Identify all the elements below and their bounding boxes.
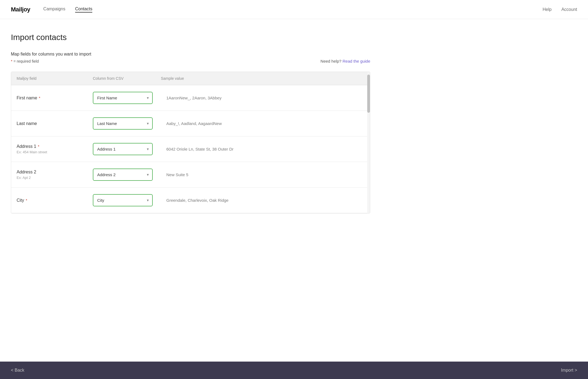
nav-contacts[interactable]: Contacts — [75, 7, 92, 13]
dropdown-wrapper-firstname: First Name ▼ — [93, 92, 153, 104]
sample-value-firstname: 1AaronNew_, 2Aaron, 3Abbey — [161, 96, 365, 100]
dropdown-wrapper-address2: Address 2 ▼ — [93, 169, 153, 181]
col-header-sample: Sample value — [161, 76, 365, 81]
required-star-city: * — [26, 198, 27, 203]
dropdown-firstname[interactable]: First Name — [93, 92, 153, 104]
field-label-firstname: First name — [17, 96, 37, 100]
col-header-csv: Column from CSV — [93, 76, 161, 81]
col-header-field: Mailjoy field — [17, 76, 93, 81]
required-note-row: * = required field Need help? Read the g… — [11, 59, 370, 63]
nav: Campaigns Contacts — [43, 7, 543, 13]
field-example-address1: Ex: 454 Main street — [17, 150, 93, 154]
field-label-address1: Address 1 — [17, 144, 36, 149]
required-star-address1: * — [38, 144, 39, 149]
scrollbar-thumb[interactable] — [367, 75, 370, 113]
dropdown-city[interactable]: City — [93, 194, 153, 206]
page-title: Import contacts — [11, 33, 370, 42]
main-content: Import contacts Map fields for columns y… — [0, 19, 381, 241]
table-row: Last name Last Name ▼ Aaby_!, Aadland, A… — [11, 111, 370, 136]
field-name-lastname: Last name — [17, 121, 93, 126]
required-note-text: = required field — [13, 59, 39, 63]
field-label-city: City — [17, 198, 24, 203]
table-header: Mailjoy field Column from CSV Sample val… — [11, 72, 370, 85]
dropdown-wrapper-lastname: Last Name ▼ — [93, 117, 153, 130]
subtitle: Map fields for columns you want to impor… — [11, 52, 370, 57]
required-note-left: * = required field — [11, 59, 39, 63]
table-row: City * City ▼ Greendale, Charlevoix, Oak… — [11, 188, 370, 213]
logo: Mailjoy — [11, 6, 30, 13]
sample-value-address2: New Suite 5 — [161, 172, 365, 177]
help-link[interactable]: Help — [543, 7, 552, 12]
dropdown-wrapper-address1: Address 1 ▼ — [93, 143, 153, 155]
field-name-city: City * — [17, 198, 93, 203]
mapping-table-container: Mailjoy field Column from CSV Sample val… — [11, 72, 370, 213]
dropdown-wrapper-city: City ▼ — [93, 194, 153, 206]
nav-campaigns[interactable]: Campaigns — [43, 7, 65, 13]
sample-value-lastname: Aaby_!, Aadland, AagaardNew — [161, 121, 365, 126]
account-link[interactable]: Account — [561, 7, 577, 12]
field-name-address1: Address 1 * Ex: 454 Main street — [17, 144, 93, 154]
table-row: Address 2 Ex: Apt 2 Address 2 ▼ New Suit… — [11, 162, 370, 188]
scrollbar-track[interactable] — [367, 72, 370, 213]
field-label-address2: Address 2 — [17, 170, 36, 175]
sample-value-city: Greendale, Charlevoix, Oak Ridge — [161, 198, 365, 203]
help-label: Need help? — [320, 59, 341, 63]
dropdown-address2[interactable]: Address 2 — [93, 169, 153, 181]
header: Mailjoy Campaigns Contacts Help Account — [0, 0, 588, 19]
table-row: Address 1 * Ex: 454 Main street Address … — [11, 136, 370, 162]
field-name-address2: Address 2 Ex: Apt 2 — [17, 170, 93, 180]
header-right: Help Account — [543, 7, 577, 12]
required-star-firstname: * — [39, 96, 40, 100]
dropdown-address1[interactable]: Address 1 — [93, 143, 153, 155]
table-row: First name * First Name ▼ 1AaronNew_, 2A… — [11, 85, 370, 111]
help-section: Need help? Read the guide — [320, 59, 370, 63]
required-star-note: * — [11, 59, 12, 63]
field-example-address2: Ex: Apt 2 — [17, 176, 93, 180]
dropdown-lastname[interactable]: Last Name — [93, 117, 153, 130]
read-guide-link[interactable]: Read the guide — [342, 59, 370, 63]
sample-value-address1: 6042 Oriole Ln, State St, 38 Outer Dr — [161, 147, 365, 151]
field-name-firstname: First name * — [17, 96, 93, 100]
field-label-lastname: Last name — [17, 121, 37, 126]
